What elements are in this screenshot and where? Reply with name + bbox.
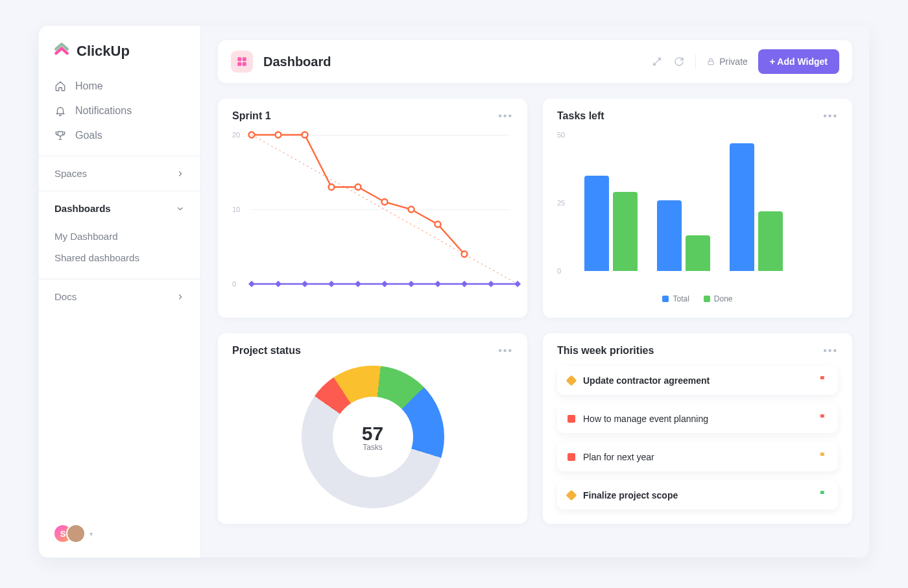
nav-label: Notifications: [75, 105, 132, 117]
priority-item[interactable]: How to manage event planning: [557, 404, 838, 433]
widget-grid: Sprint 1 ••• 01020 Tasks left ••• 02550 …: [218, 99, 852, 524]
section-docs: Docs: [39, 279, 200, 314]
nav-goals[interactable]: Goals: [45, 123, 194, 148]
section-label: Dashboards: [54, 203, 111, 214]
section-head-spaces[interactable]: Spaces: [39, 156, 200, 191]
svg-point-13: [462, 252, 468, 257]
widget-tasks-left: Tasks left ••• 02550 Total Done: [543, 99, 852, 318]
axis-tick: 50: [557, 131, 565, 139]
priority-item[interactable]: Finalize project scope: [557, 480, 838, 510]
brand-name: ClickUp: [77, 43, 130, 60]
chevron-right-icon: [176, 169, 185, 178]
legend-done: Done: [714, 294, 733, 303]
axis-tick: 20: [232, 131, 240, 139]
bar-group: [657, 200, 710, 271]
bar: [730, 143, 754, 271]
donut-center: 57 Tasks: [333, 397, 413, 477]
lock-icon: [706, 57, 715, 66]
widget-sprint: Sprint 1 ••• 01020: [218, 99, 527, 318]
card-title: Project status: [232, 345, 301, 357]
privacy-indicator[interactable]: Private: [706, 56, 748, 67]
donut-count: 57: [362, 423, 383, 445]
bar: [758, 211, 783, 271]
page-title: Dashboard: [263, 54, 331, 69]
card-title: Tasks left: [557, 110, 604, 122]
svg-point-11: [409, 207, 414, 213]
priority-marker-icon: [568, 415, 575, 423]
topbar: Dashboard Private + Add Widget: [218, 40, 852, 83]
section-head-dashboards[interactable]: Dashboards: [39, 191, 200, 226]
section-head-docs[interactable]: Docs: [39, 279, 200, 314]
svg-rect-2: [237, 62, 241, 66]
caret-down-icon[interactable]: ▾: [90, 530, 93, 537]
bar: [613, 192, 638, 271]
priority-item[interactable]: Update contractor agreement: [557, 366, 838, 395]
axis-tick: 0: [232, 280, 236, 288]
chevron-right-icon: [176, 292, 185, 301]
subnav-my-dashboard[interactable]: My Dashboard: [54, 226, 185, 247]
bell-icon: [54, 105, 66, 117]
avatar-stack[interactable]: S ▾: [39, 510, 200, 558]
sprint-chart: 01020: [232, 131, 513, 287]
card-menu-icon[interactable]: •••: [498, 345, 513, 357]
avatar: [66, 524, 86, 543]
svg-point-9: [355, 184, 361, 190]
flag-icon: [818, 489, 828, 500]
nav-label: Goals: [75, 130, 102, 141]
app-shell: ClickUp Home Notifications Goals Spaces: [39, 26, 869, 558]
widget-project-status: Project status ••• 57 Tasks: [218, 333, 527, 524]
svg-point-7: [302, 132, 308, 138]
priorities-list: Update contractor agreementHow to manage…: [557, 366, 838, 510]
subnav-shared-dashboards[interactable]: Shared dashboards: [54, 247, 185, 268]
axis-tick: 10: [232, 206, 240, 213]
section-label: Spaces: [54, 168, 87, 179]
refresh-icon[interactable]: [673, 56, 685, 67]
priority-marker-icon: [566, 489, 577, 500]
priority-label: How to manage event planning: [583, 414, 708, 424]
nav-label: Home: [75, 80, 103, 92]
bar-group: [730, 143, 783, 271]
bar: [686, 235, 710, 271]
main: Dashboard Private + Add Widget Sprint 1 …: [201, 26, 869, 558]
nav-home[interactable]: Home: [45, 74, 194, 99]
priority-marker-icon: [566, 375, 577, 386]
add-widget-button[interactable]: + Add Widget: [758, 49, 839, 74]
priority-item[interactable]: Plan for next year: [557, 442, 838, 471]
nav-notifications[interactable]: Notifications: [45, 99, 194, 123]
priority-label: Plan for next year: [583, 452, 654, 462]
card-menu-icon[interactable]: •••: [823, 345, 838, 357]
donut-label: Tasks: [363, 443, 383, 452]
brand: ClickUp: [39, 26, 200, 71]
svg-rect-1: [243, 57, 246, 61]
section-label: Docs: [54, 291, 77, 302]
section-spaces: Spaces: [39, 156, 200, 191]
dashboard-icon-badge: [231, 51, 253, 73]
svg-point-10: [382, 199, 388, 205]
svg-point-8: [329, 184, 335, 190]
priority-marker-icon: [568, 453, 575, 461]
bar: [657, 200, 682, 271]
priority-label: Update contractor agreement: [583, 375, 710, 386]
bars-legend: Total Done: [557, 294, 838, 303]
nav-primary: Home Notifications Goals: [39, 71, 200, 156]
donut-chart: 57 Tasks: [232, 366, 513, 508]
privacy-label: Private: [719, 56, 748, 67]
dashboards-submenu: My Dashboard Shared dashboards: [39, 226, 200, 279]
card-menu-icon[interactable]: •••: [823, 110, 838, 122]
grid-icon: [236, 56, 248, 67]
svg-rect-4: [708, 61, 713, 64]
flag-icon: [818, 375, 828, 386]
chevron-down-icon: [176, 204, 185, 213]
priority-label: Finalize project scope: [583, 490, 678, 500]
card-title: This week priorities: [557, 345, 654, 357]
brand-logo-icon: [53, 43, 70, 60]
flag-icon: [818, 413, 828, 424]
expand-icon[interactable]: [651, 56, 663, 67]
card-menu-icon[interactable]: •••: [498, 110, 513, 122]
svg-rect-0: [237, 57, 241, 61]
svg-rect-3: [243, 62, 246, 66]
svg-point-6: [276, 132, 281, 138]
card-title: Sprint 1: [232, 110, 271, 122]
divider: [695, 54, 696, 69]
home-icon: [54, 80, 66, 92]
